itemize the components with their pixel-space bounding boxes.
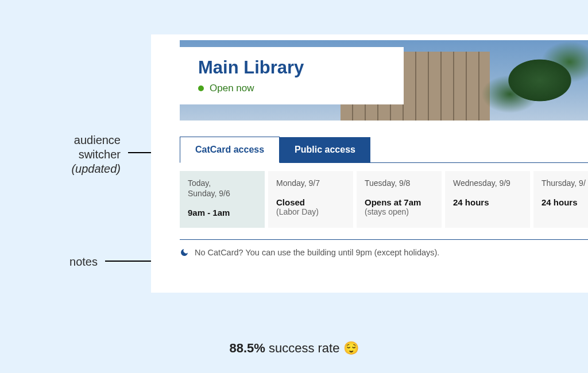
open-status: Open now [198,83,376,94]
day-hours: Opens at 7am [365,197,434,207]
day-sub: (stays open) [365,207,434,216]
day-card: Tuesday, 9/8 Opens at 7am (stays open) [357,171,442,228]
hours-strip: Today, Sunday, 9/6 9am - 1am Monday, 9/7… [180,171,588,228]
page-title: Main Library [198,57,376,78]
day-label: Today, Sunday, 9/6 [188,178,257,199]
annotation-text: notes [69,255,98,268]
annotation-notes: notes [6,255,98,269]
day-sub: (Labor Day) [276,207,345,216]
caption-emoji: 😌 [343,341,359,355]
day-hours: Closed [276,197,345,207]
day-card: Wednesday, 9/9 24 hours [445,171,530,228]
day-hours: 24 hours [541,197,588,207]
annotation-text: switcher [79,148,121,161]
caption-text: success rate [265,341,343,355]
title-panel: Main Library Open now [180,47,404,104]
notes-text: No CatCard? You can use the building unt… [195,248,439,257]
tab-public[interactable]: Public access [280,137,370,162]
day-hours: 24 hours [453,197,522,207]
day-card: Monday, 9/7 Closed (Labor Day) [268,171,353,228]
day-label: Thursday, 9/ [541,178,588,188]
day-label: Wednesday, 9/9 [453,178,522,188]
audience-switcher: CatCard access Public access [180,137,588,163]
day-label: Tuesday, 9/8 [365,178,434,188]
status-text: Open now [210,83,254,94]
day-label: Monday, 9/7 [276,178,345,188]
day-card: Today, Sunday, 9/6 9am - 1am [180,171,265,228]
hero-banner: Main Library Open now [180,40,588,121]
notes-row: No CatCard? You can use the building unt… [180,239,588,257]
annotation-switcher: audience switcher (updated) [6,133,121,176]
status-dot-icon [198,86,204,91]
caption: 88.5% success rate 😌 [0,341,588,356]
day-hours: 9am - 1am [188,208,257,217]
caption-percent: 88.5% [229,341,265,355]
library-card: Main Library Open now CatCard access Pub… [151,34,588,293]
annotation-text: audience [74,134,121,146]
annotation-subtext: (updated) [71,162,121,175]
tab-catcard[interactable]: CatCard access [180,137,280,163]
day-card: Thursday, 9/ 24 hours [533,171,588,228]
moon-icon [180,248,189,257]
hero-palm [450,40,588,121]
